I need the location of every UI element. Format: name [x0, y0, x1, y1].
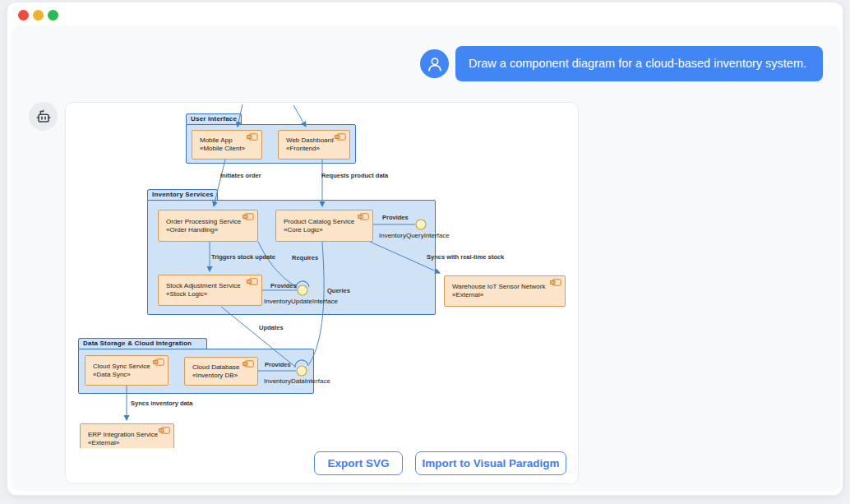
component-product-catalog: Product Catalog Service «Core Logic»: [275, 210, 373, 242]
edge-label-requires: Requires: [292, 254, 318, 261]
user-avatar: [420, 49, 449, 78]
component-icon: [243, 213, 254, 220]
component-order-processing: Order Processing Service «Order Handling…: [158, 210, 258, 242]
close-button[interactable]: [18, 10, 29, 21]
edge-label-initiates-order: Initiates order: [220, 172, 261, 179]
component-icon: [358, 213, 369, 220]
window-controls: [18, 10, 58, 21]
lollipop-inventory-query-interface: [416, 220, 426, 229]
component-stereotype: «Data Sync»: [93, 371, 168, 379]
component-icon: [247, 133, 258, 141]
interface-name-query: InventoryQueryInterface: [379, 232, 450, 239]
person-icon: [426, 55, 444, 73]
maximize-button[interactable]: [48, 10, 58, 21]
component-stereotype: «External»: [452, 291, 565, 299]
edge-label-queries: Queries: [327, 287, 350, 294]
component-icon: [153, 358, 164, 366]
minimize-button[interactable]: [33, 10, 44, 21]
component-stereotype: «External»: [88, 439, 173, 447]
component-mobile-app: Mobile App «Mobile Client»: [192, 130, 262, 160]
edge-label-triggers-stock-update: Triggers stock update: [211, 253, 275, 261]
component-icon: [159, 427, 170, 434]
edge-label-syncs-realtime: Syncs with real-time stock: [427, 253, 504, 261]
lollipop-inventory-data-interface: [297, 366, 307, 376]
component-stereotype: «Stock Logic»: [166, 290, 261, 298]
component-erp-integration: ERP Integration Service «External»: [80, 423, 174, 448]
component-icon: [550, 279, 561, 286]
component-erp-clip: ERP Integration Service «External»: [80, 423, 177, 448]
edge-label-updates: Updates: [259, 324, 284, 331]
interface-name-data: InventoryDataInterface: [264, 377, 330, 385]
component-stereotype: «Order Handling»: [166, 226, 257, 234]
assistant-avatar: [29, 102, 58, 131]
component-web-dashboard: Web Dashboard «Frontend»: [278, 130, 350, 160]
component-stereotype: «Frontend»: [286, 145, 349, 153]
component-icon: [247, 278, 258, 285]
app-window: Draw a component diagram for a cloud-bas…: [7, 2, 843, 496]
lollipop-inventory-update-interface: [298, 285, 307, 295]
robot-icon: [35, 108, 53, 126]
diagram-card: User Interface Inventory Services Data S…: [65, 102, 579, 484]
component-stereotype: «Inventory DB»: [192, 372, 257, 380]
component-name: Warehouse IoT Sensor Network: [452, 283, 565, 291]
component-stereotype: «Mobile Client»: [200, 145, 261, 153]
component-icon: [335, 133, 346, 141]
component-cloud-database: Cloud Database «Inventory DB»: [184, 357, 258, 386]
provides-label-query: Provides: [382, 214, 409, 221]
component-cloud-sync: Cloud Sync Service «Data Sync»: [85, 355, 169, 386]
component-warehouse-iot: Warehouse IoT Sensor Network «External»: [444, 275, 566, 307]
interface-name-update: InventoryUpdateInterface: [264, 298, 338, 305]
user-message-bubble: Draw a component diagram for a cloud-bas…: [455, 46, 823, 81]
component-icon: [243, 360, 254, 368]
provides-label-data: Provides: [265, 361, 291, 368]
export-svg-button[interactable]: Export SVG: [314, 451, 403, 475]
component-stock-adjustment: Stock Adjustment Service «Stock Logic»: [158, 275, 262, 306]
provides-label-update: Provides: [270, 282, 297, 289]
edge-label-syncs-inventory: Syncs inventory data: [131, 400, 192, 407]
import-visual-paradigm-button[interactable]: Import to Visual Paradigm: [415, 451, 566, 475]
component-stereotype: «Core Logic»: [284, 226, 372, 234]
edge-label-requests-product-data: Requests product data: [321, 172, 388, 179]
